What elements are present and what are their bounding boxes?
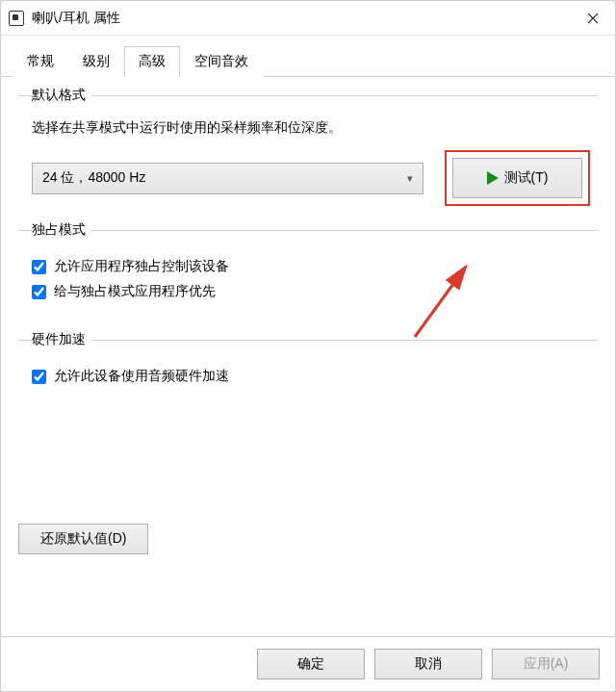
restore-defaults-button[interactable]: 还原默认值(D) — [18, 524, 148, 554]
restore-row: 还原默认值(D) — [18, 524, 598, 554]
close-button[interactable] — [571, 1, 615, 36]
default-format-group: 默认格式 选择在共享模式中运行时使用的采样频率和位深度。 24 位，48000 … — [18, 87, 598, 212]
checkbox-hw-accel-label: 允许此设备使用音频硬件加速 — [54, 368, 229, 385]
tab-general[interactable]: 常规 — [13, 46, 68, 77]
spacer — [18, 416, 598, 512]
tab-advanced[interactable]: 高级 — [124, 46, 180, 77]
checkbox-exclusive-priority[interactable]: 给与独占模式应用程序优先 — [32, 283, 588, 300]
hardware-accel-group: 硬件加速 允许此设备使用音频硬件加速 — [18, 331, 598, 406]
tab-strip: 常规 级别 高级 空间音效 — [1, 36, 615, 77]
chevron-down-icon: ▾ — [407, 172, 413, 185]
test-button-label: 测试(T) — [504, 169, 549, 187]
checkbox-hw-accel[interactable]: 允许此设备使用音频硬件加速 — [32, 368, 588, 385]
tab-spatial-sound[interactable]: 空间音效 — [180, 46, 263, 77]
tab-content: 默认格式 选择在共享模式中运行时使用的采样频率和位深度。 24 位，48000 … — [1, 77, 615, 636]
checkbox-exclusive-control-label: 允许应用程序独占控制该设备 — [54, 258, 229, 275]
format-select-value: 24 位，48000 Hz — [42, 169, 145, 187]
dialog-footer: 确定 取消 应用(A) — [1, 636, 615, 691]
checkbox-exclusive-control-input[interactable] — [32, 260, 46, 274]
format-select[interactable]: 24 位，48000 Hz ▾ — [32, 163, 424, 194]
ok-button[interactable]: 确定 — [257, 649, 365, 679]
properties-window: 喇叭/耳机 属性 常规 级别 高级 空间音效 默认格式 选择在共享模式中运行时使… — [0, 0, 616, 692]
cancel-button[interactable]: 取消 — [374, 649, 482, 679]
test-button[interactable]: 测试(T) — [452, 158, 582, 198]
exclusive-mode-group: 独占模式 允许应用程序独占控制该设备 给与独占模式应用程序优先 — [18, 221, 598, 321]
default-format-desc: 选择在共享模式中运行时使用的采样频率和位深度。 — [32, 119, 588, 137]
format-row: 24 位，48000 Hz ▾ 测试(T) — [32, 158, 588, 198]
titlebar: 喇叭/耳机 属性 — [1, 1, 615, 36]
apply-button[interactable]: 应用(A) — [492, 649, 600, 679]
checkbox-exclusive-control[interactable]: 允许应用程序独占控制该设备 — [32, 258, 588, 275]
exclusive-mode-legend: 独占模式 — [32, 221, 91, 239]
speaker-icon — [9, 11, 24, 26]
checkbox-hw-accel-input[interactable] — [32, 370, 46, 384]
checkbox-exclusive-priority-input[interactable] — [32, 285, 46, 299]
play-icon — [487, 171, 499, 185]
window-title: 喇叭/耳机 属性 — [32, 10, 571, 27]
hardware-accel-legend: 硬件加速 — [32, 331, 91, 348]
default-format-legend: 默认格式 — [32, 87, 91, 104]
tab-levels[interactable]: 级别 — [68, 46, 124, 77]
close-icon — [587, 13, 599, 24]
checkbox-exclusive-priority-label: 给与独占模式应用程序优先 — [54, 283, 216, 300]
